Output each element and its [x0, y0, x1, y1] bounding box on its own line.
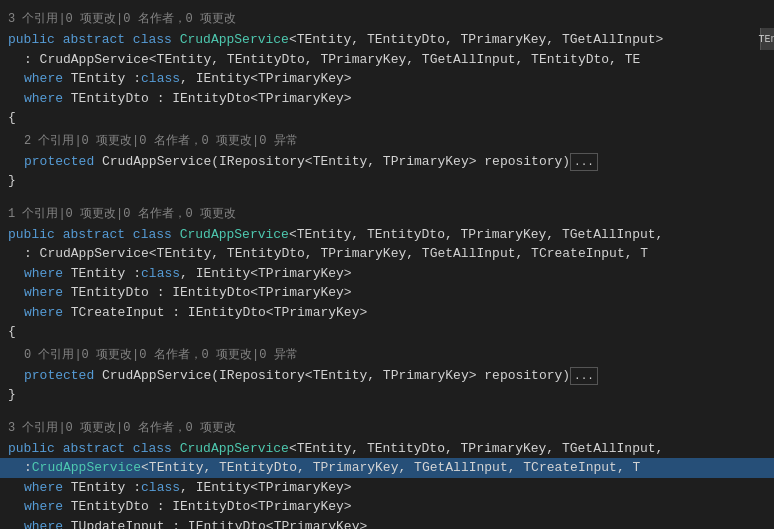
keyword: where — [24, 497, 63, 517]
keyword: abstract — [63, 439, 125, 459]
keyword: protected — [24, 152, 94, 172]
code-line: where TUpdateInput : IEntityDto<TPrimary… — [0, 517, 774, 530]
code-line: { — [0, 322, 774, 342]
code-line: public abstract class CrudAppService <TE… — [0, 30, 774, 50]
code-line: : CrudAppService<TEntity, TEntityDto, TP… — [0, 50, 774, 70]
type-identifier: CrudAppService — [180, 30, 289, 50]
code-line: } — [0, 171, 774, 191]
keyword: where — [24, 478, 63, 498]
scrollbar-label[interactable]: TEn — [760, 28, 774, 50]
type-identifier: CrudAppService — [180, 439, 289, 459]
code-line: public abstract class CrudAppService <TE… — [0, 439, 774, 459]
meta-line-inner: 2 个引用|0 项更改|0 名作者，0 项更改|0 异常 — [0, 128, 774, 152]
keyword: protected — [24, 366, 94, 386]
ellipsis[interactable]: ... — [570, 153, 598, 172]
meta-line-1: 3 个引用|0 项更改|0 名作者，0 项更改 — [0, 6, 774, 30]
keyword: public — [8, 225, 55, 245]
keyword: public — [8, 30, 55, 50]
keyword: where — [24, 264, 63, 284]
code-block-1: 3 个引用|0 项更改|0 名作者，0 项更改 public abstract … — [0, 4, 774, 193]
keyword: where — [24, 303, 63, 323]
code-line: protected CrudAppService(IRepository<TEn… — [0, 152, 774, 172]
keyword: where — [24, 283, 63, 303]
code-line: : CrudAppService<TEntity, TEntityDto, TP… — [0, 244, 774, 264]
code-line: where TEntityDto : IEntityDto<TPrimaryKe… — [0, 89, 774, 109]
keyword: class — [133, 439, 172, 459]
code-line: protected CrudAppService(IRepository<TEn… — [0, 366, 774, 386]
keyword: class — [141, 264, 180, 284]
code-line-highlighted: : CrudAppService <TEntity, TEntityDto, T… — [0, 458, 774, 478]
keyword: abstract — [63, 30, 125, 50]
code-line: where TCreateInput : IEntityDto<TPrimary… — [0, 303, 774, 323]
highlighted-type: CrudAppService — [32, 458, 141, 478]
keyword: public — [8, 439, 55, 459]
keyword: class — [133, 30, 172, 50]
keyword: where — [24, 517, 63, 530]
keyword: where — [24, 69, 63, 89]
code-line: where TEntity : class , IEntity<TPrimary… — [0, 264, 774, 284]
code-line: where TEntityDto : IEntityDto<TPrimaryKe… — [0, 497, 774, 517]
code-line: } — [0, 385, 774, 405]
keyword: class — [141, 69, 180, 89]
keyword: where — [24, 89, 63, 109]
meta-line-inner: 0 个引用|0 项更改|0 名作者，0 项更改|0 异常 — [0, 342, 774, 366]
keyword: class — [141, 478, 180, 498]
code-line: where TEntity : class , IEntity<TPrimary… — [0, 478, 774, 498]
code-line: { — [0, 108, 774, 128]
code-block-2: 1 个引用|0 项更改|0 名作者，0 项更改 public abstract … — [0, 199, 774, 407]
code-line: where TEntityDto : IEntityDto<TPrimaryKe… — [0, 283, 774, 303]
code-block-3: 3 个引用|0 项更改|0 名作者，0 项更改 public abstract … — [0, 413, 774, 530]
code-line: where TEntity : class , IEntity<TPrimary… — [0, 69, 774, 89]
meta-line-2: 1 个引用|0 项更改|0 名作者，0 项更改 — [0, 201, 774, 225]
type-identifier: CrudAppService — [180, 225, 289, 245]
keyword: abstract — [63, 225, 125, 245]
code-line: public abstract class CrudAppService <TE… — [0, 225, 774, 245]
code-editor: 3 个引用|0 项更改|0 名作者，0 项更改 public abstract … — [0, 0, 774, 529]
keyword: class — [133, 225, 172, 245]
ellipsis[interactable]: ... — [570, 367, 598, 386]
meta-line-3: 3 个引用|0 项更改|0 名作者，0 项更改 — [0, 415, 774, 439]
